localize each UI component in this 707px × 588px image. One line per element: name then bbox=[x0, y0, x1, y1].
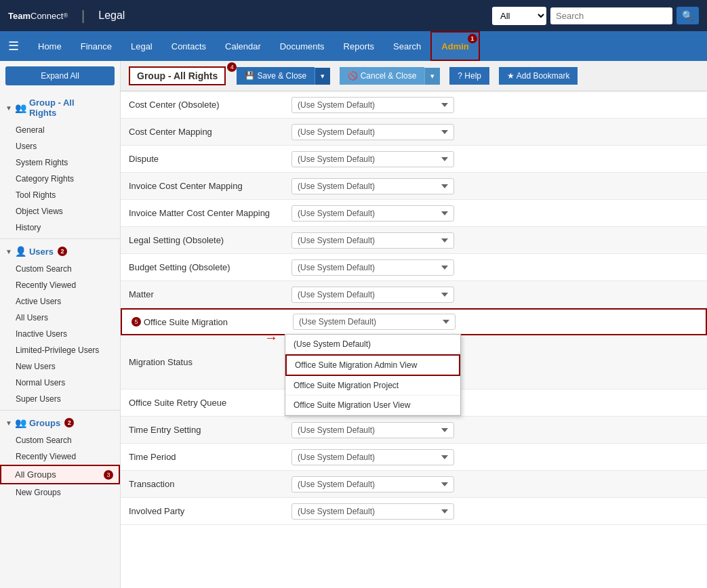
form-row-transaction: Transaction (Use System Default) bbox=[121, 471, 707, 498]
nav-finance[interactable]: Finance bbox=[71, 31, 121, 61]
page-title-badge: 4 bbox=[227, 62, 237, 72]
sidebar-item-normal-users[interactable]: Normal Users bbox=[0, 375, 120, 391]
search-button[interactable]: 🔍 bbox=[676, 7, 699, 24]
sidebar-item-inactive-users[interactable]: Inactive Users bbox=[0, 326, 120, 342]
dropdown-option-user-view[interactable]: Office Suite Migration User View bbox=[285, 396, 460, 415]
sidebar-item-system-rights[interactable]: System Rights bbox=[0, 154, 120, 171]
sidebar-item-groups-recently-viewed[interactable]: Recently Viewed bbox=[0, 448, 120, 465]
control-involved-party: (Use System Default) bbox=[283, 499, 707, 524]
sidebar-users-section: ▼ 👤 Users 2 Custom Search Recently Viewe… bbox=[0, 238, 120, 407]
sidebar-item-groups-custom-search[interactable]: Custom Search bbox=[0, 432, 120, 448]
nav-home[interactable]: Home bbox=[28, 31, 71, 61]
sidebar-groups-title: Groups bbox=[29, 418, 60, 428]
sidebar-item-object-views[interactable]: Object Views bbox=[0, 203, 120, 219]
form-row-budget-setting: Budget Setting (Obsolete) (Use System De… bbox=[121, 254, 707, 281]
select-cost-center-obsolete[interactable]: (Use System Default) bbox=[291, 97, 454, 113]
sidebar-item-recently-viewed[interactable]: Recently Viewed bbox=[0, 277, 120, 293]
content-area: Group - All Rights 4 💾 Save & Close ▾ 🚫 … bbox=[121, 61, 707, 588]
nav-calendar[interactable]: Calendar bbox=[216, 31, 270, 61]
group-icon: 👥 bbox=[15, 102, 26, 113]
label-transaction: Transaction bbox=[121, 474, 283, 495]
logo-legal: Legal bbox=[98, 9, 125, 22]
sidebar-groups-header[interactable]: ▼ 👥 Groups 2 bbox=[0, 413, 120, 432]
sidebar-item-history[interactable]: History bbox=[0, 219, 120, 236]
select-involved-party[interactable]: (Use System Default) bbox=[291, 503, 454, 520]
sidebar-groups-section: ▼ 👥 Groups 2 Custom Search Recently View… bbox=[0, 410, 120, 501]
label-time-period: Time Period bbox=[121, 446, 283, 467]
sidebar-item-new-groups[interactable]: New Groups bbox=[0, 484, 120, 501]
search-category-dropdown[interactable]: All bbox=[492, 7, 546, 25]
expand-all-button[interactable]: Expand All bbox=[5, 66, 115, 85]
control-invoice-cost-center: (Use System Default) bbox=[283, 174, 707, 198]
form-row-time-period: Time Period (Use System Default) bbox=[121, 444, 707, 471]
sidebar-group-header[interactable]: ▼ 👥 Group - AllRights bbox=[0, 93, 120, 122]
control-budget-setting: (Use System Default) bbox=[283, 255, 707, 280]
logo-connect: Connect bbox=[31, 11, 63, 21]
sidebar-item-category-rights[interactable]: Category Rights bbox=[0, 171, 120, 187]
main-container: Expand All ▼ 👥 Group - AllRights General… bbox=[0, 61, 707, 588]
sidebar-item-all-users[interactable]: All Users bbox=[0, 310, 120, 326]
label-time-entry: Time Entry Setting bbox=[121, 419, 283, 440]
sidebar-item-general[interactable]: General bbox=[0, 122, 120, 138]
office-suite-dropdown-open: (Use System Default) Office Suite Migrat… bbox=[285, 334, 461, 416]
logo: TeamConnect® bbox=[8, 11, 68, 21]
dropdown-option-admin-view[interactable]: Office Suite Migration Admin View bbox=[285, 354, 460, 376]
nav-bar: ☰ Home Finance Legal Contacts Calendar D… bbox=[0, 31, 707, 61]
select-time-entry[interactable]: (Use System Default) bbox=[291, 422, 454, 438]
label-budget-setting: Budget Setting (Obsolete) bbox=[121, 257, 283, 278]
sidebar-item-limited-privilege-users[interactable]: Limited-Privilege Users bbox=[0, 342, 120, 358]
select-cost-center-mapping[interactable]: (Use System Default) bbox=[291, 124, 454, 140]
save-close-button[interactable]: 💾 Save & Close bbox=[237, 67, 315, 85]
help-button[interactable]: ? Help bbox=[449, 67, 489, 85]
form-area: Cost Center (Obsolete) (Use System Defau… bbox=[121, 91, 707, 588]
logo-registered: ® bbox=[63, 12, 68, 19]
office-suite-badge: 5 bbox=[132, 317, 141, 327]
sidebar-users-header[interactable]: ▼ 👤 Users 2 bbox=[0, 242, 120, 261]
hamburger-icon[interactable]: ☰ bbox=[4, 35, 23, 58]
form-row-invoice-matter: Invoice Matter Cost Center Mapping (Use … bbox=[121, 200, 707, 227]
dropdown-option-system-default[interactable]: (Use System Default) bbox=[285, 335, 460, 354]
control-legal-setting: (Use System Default) bbox=[283, 228, 707, 253]
select-legal-setting[interactable]: (Use System Default) bbox=[291, 232, 454, 249]
select-budget-setting[interactable]: (Use System Default) bbox=[291, 259, 454, 276]
search-bar: All 🔍 bbox=[492, 7, 699, 25]
sidebar-item-tool-rights[interactable]: Tool Rights bbox=[0, 187, 120, 203]
save-close-arrow[interactable]: ▾ bbox=[315, 68, 330, 85]
sidebar-item-users[interactable]: Users bbox=[0, 138, 120, 154]
select-invoice-matter[interactable]: (Use System Default) bbox=[291, 205, 454, 222]
nav-reports[interactable]: Reports bbox=[334, 31, 384, 61]
sidebar-item-super-users[interactable]: Super Users bbox=[0, 391, 120, 407]
sidebar-users-title: Users bbox=[29, 247, 54, 257]
nav-legal[interactable]: Legal bbox=[121, 31, 162, 61]
sidebar-item-all-groups[interactable]: All Groups 3 bbox=[0, 465, 120, 484]
form-row-office-suite-migration: 5 Office Suite Migration (Use System Def… bbox=[121, 308, 707, 335]
nav-contacts[interactable]: Contacts bbox=[162, 31, 216, 61]
admin-badge: 1 bbox=[468, 34, 477, 43]
form-row-matter: Matter (Use System Default) bbox=[121, 281, 707, 308]
add-bookmark-button[interactable]: ★ Add Bookmark bbox=[499, 67, 578, 85]
control-time-entry: (Use System Default) bbox=[283, 418, 707, 442]
label-office-retry-queue: Office Suite Retry Queue bbox=[121, 392, 283, 413]
select-time-period[interactable]: (Use System Default) bbox=[291, 449, 454, 465]
select-dispute[interactable]: (Use System Default) bbox=[291, 151, 454, 167]
search-input[interactable] bbox=[550, 7, 672, 24]
toolbar: Group - All Rights 4 💾 Save & Close ▾ 🚫 … bbox=[121, 61, 707, 91]
sidebar-item-custom-search[interactable]: Custom Search bbox=[0, 261, 120, 277]
form-row-cost-center-obsolete: Cost Center (Obsolete) (Use System Defau… bbox=[121, 91, 707, 119]
select-office-suite-migration[interactable]: (Use System Default) bbox=[293, 314, 456, 330]
nav-admin[interactable]: Admin 1 bbox=[430, 31, 479, 61]
users-icon: 👤 bbox=[15, 246, 26, 257]
sidebar-item-active-users[interactable]: Active Users bbox=[0, 293, 120, 310]
nav-documents[interactable]: Documents bbox=[270, 31, 334, 61]
dropdown-option-project[interactable]: Office Suite Migration Project bbox=[285, 376, 460, 396]
form-row-legal-setting: Legal Setting (Obsolete) (Use System Def… bbox=[121, 227, 707, 254]
select-transaction[interactable]: (Use System Default) bbox=[291, 476, 454, 492]
logo-divider: | bbox=[81, 8, 85, 24]
all-groups-badge: 3 bbox=[104, 470, 113, 480]
select-matter[interactable]: (Use System Default) bbox=[291, 287, 454, 303]
sidebar-item-new-users[interactable]: New Users bbox=[0, 358, 120, 375]
nav-search[interactable]: Search bbox=[384, 31, 430, 61]
select-invoice-cost-center[interactable]: (Use System Default) bbox=[291, 178, 454, 194]
cancel-close-arrow[interactable]: ▾ bbox=[424, 68, 440, 85]
cancel-close-button[interactable]: 🚫 Cancel & Close bbox=[340, 67, 424, 85]
